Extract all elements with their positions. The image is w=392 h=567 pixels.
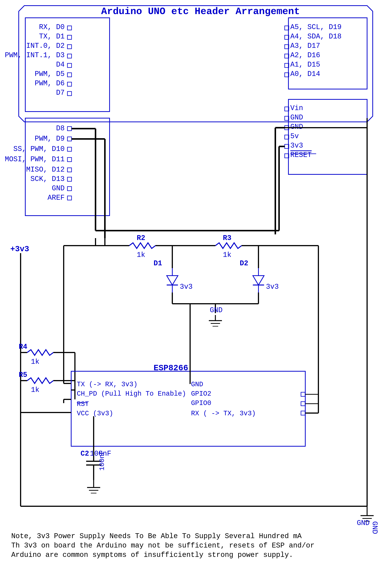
- d2-label: D2: [240, 259, 248, 267]
- svg-rect-8: [68, 91, 71, 96]
- pin-ss-d10: SS, PWM, D10: [13, 145, 65, 153]
- gnd-rotated-label: GND: [371, 521, 379, 534]
- d1-value: 3v3: [180, 283, 193, 291]
- c2-value-rotated: 100nF: [98, 450, 106, 471]
- r2-label: R2: [137, 234, 145, 242]
- pin-gnd2: GND: [290, 123, 303, 131]
- pin-tx-d1: TX, D1: [39, 32, 65, 41]
- svg-rect-80: [301, 402, 305, 406]
- svg-rect-20: [68, 158, 71, 162]
- esp-rst-pin: RST: [77, 400, 89, 408]
- r5-value: 1k: [31, 386, 40, 394]
- svg-rect-17: [68, 127, 71, 131]
- pin-reset: RESET: [290, 151, 312, 159]
- r2-value: 1k: [137, 251, 145, 259]
- schematic: Arduino UNO etc Header Arrangement RX, D…: [0, 0, 392, 567]
- plus3v3-label: +3v3: [10, 245, 29, 254]
- svg-marker-56: [167, 276, 178, 285]
- esp-chpd-pin: CH_PD (Pull High To Enable): [77, 390, 186, 398]
- esp-gnd-pin: GND: [191, 381, 203, 388]
- pin-sck-d13: SCK, D13: [30, 175, 65, 183]
- pin-d7: D7: [56, 89, 65, 97]
- pin-pwm-d5: PWM, D5: [35, 70, 65, 78]
- pin-d4: D4: [56, 60, 65, 69]
- svg-marker-60: [253, 276, 264, 285]
- pin-vin: Vin: [290, 104, 303, 112]
- pin-a2: A2, D16: [290, 51, 320, 59]
- d2-value: 3v3: [266, 283, 279, 291]
- esp8266-label: ESP8266: [154, 363, 188, 373]
- svg-rect-81: [301, 411, 305, 415]
- svg-rect-3: [68, 45, 71, 49]
- gnd-right-label: GND: [357, 519, 369, 527]
- r3-value: 1k: [223, 251, 232, 259]
- svg-rect-5: [68, 63, 71, 68]
- svg-rect-24: [68, 196, 71, 200]
- pin-pwm-d6: PWM, D6: [35, 79, 65, 87]
- r5-label: R5: [19, 371, 27, 379]
- d1-label: D1: [154, 259, 162, 267]
- pin-5v: 5v: [290, 132, 299, 140]
- gnd-center-label: GND: [210, 306, 223, 314]
- title: Arduino UNO etc Header Arrangement: [101, 6, 300, 17]
- svg-rect-22: [68, 177, 71, 181]
- svg-rect-18: [68, 137, 71, 141]
- pin-mosi-d11: MOSI, PWM, D11: [5, 155, 65, 163]
- r4-value: 1k: [31, 358, 40, 366]
- pin-a4: A4, SDA, D18: [290, 32, 342, 41]
- pin-a5: A5, SCL, D19: [290, 23, 342, 31]
- pin-a0: A0, D14: [290, 70, 320, 78]
- pin-gnd: GND: [52, 184, 65, 192]
- svg-rect-23: [68, 187, 71, 191]
- svg-rect-6: [68, 73, 71, 77]
- note-line1: Note, 3v3 Power Supply Needs To Be Able …: [11, 532, 302, 540]
- esp-vcc-pin: VCC (3v3): [77, 410, 113, 417]
- esp-gpio2-pin: GPIO2: [191, 390, 211, 398]
- svg-rect-21: [68, 168, 71, 172]
- svg-rect-4: [68, 54, 71, 58]
- note-line3: Arduino are common symptoms of insuffici…: [11, 551, 293, 559]
- svg-rect-79: [301, 392, 305, 396]
- svg-rect-19: [68, 147, 71, 151]
- svg-rect-7: [68, 82, 71, 86]
- note-line2: Th 3v3 on board the Arduino may not be s…: [11, 541, 314, 550]
- pin-pwm-d9: PWM, D9: [35, 135, 65, 143]
- pin-rx-d0: RX, D0: [39, 23, 65, 31]
- svg-rect-1: [68, 26, 71, 30]
- svg-rect-2: [68, 35, 71, 39]
- pin-a3: A3, D17: [290, 42, 320, 50]
- pin-pwm-int1-d3: PWM, INT.1, D3: [5, 51, 65, 59]
- esp-rx-pin: RX ( -> TX, 3v3): [191, 410, 256, 417]
- pin-int0-d2: INT.0, D2: [26, 42, 65, 50]
- esp-gpio0-pin: GPIO0: [191, 399, 211, 407]
- pin-miso-d12: MISO, D12: [26, 165, 65, 174]
- pin-aref: AREF: [48, 194, 65, 202]
- pin-a1: A1, D15: [290, 60, 320, 69]
- esp-tx-pin: TX (-> RX, 3v3): [77, 381, 138, 388]
- r4-label: R4: [19, 343, 27, 351]
- pin-d8: D8: [56, 124, 65, 132]
- pin-gnd1: GND: [290, 113, 303, 121]
- r3-label: R3: [223, 234, 232, 242]
- c2-label: C2: [81, 450, 89, 458]
- pin-3v3: 3v3: [290, 142, 303, 150]
